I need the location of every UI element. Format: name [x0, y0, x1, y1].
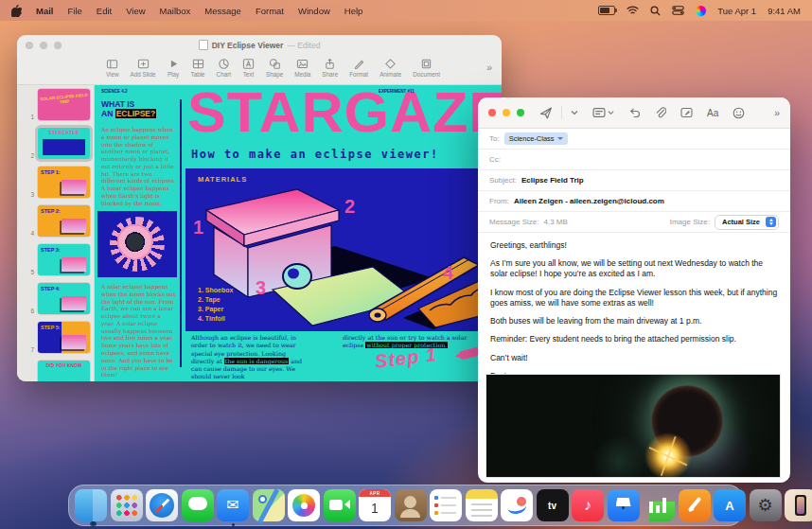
menu-bar-date[interactable]: Tue Apr 1	[717, 6, 756, 16]
dock-maps-icon[interactable]	[253, 489, 285, 521]
menu-help[interactable]: Help	[344, 6, 363, 16]
menu-edit[interactable]: Edit	[97, 6, 112, 16]
slide-thumbnail-8[interactable]: 8DID YOU KNOW	[17, 361, 94, 381]
dock-iphone-mirroring-icon[interactable]	[785, 489, 812, 521]
keynote-tool-view[interactable]: View	[100, 57, 125, 79]
menu-message[interactable]: Message	[204, 6, 241, 16]
recipient-token[interactable]: Science-Class	[504, 132, 568, 145]
eclipse-photo-attachment[interactable]	[485, 374, 781, 478]
dock-photos-icon[interactable]	[288, 489, 320, 521]
menu-mailbox[interactable]: Mailbox	[160, 6, 191, 16]
slide-navigator[interactable]: 1SOLAR ECLIPSE FIELD TRIP2STARGAZER3STEP…	[17, 85, 95, 381]
body-paragraph: As I’m sure you all know, we will be set…	[490, 258, 778, 279]
subject-value: Eclipse Field Trip	[521, 176, 584, 185]
keynote-tool-table[interactable]: Table	[185, 57, 211, 79]
to-field[interactable]: To: Science-Class	[478, 129, 790, 150]
dock-reminders-icon[interactable]	[430, 489, 462, 521]
dock-settings-icon[interactable]: ⚙	[750, 489, 782, 521]
dock-finder-icon[interactable]	[75, 489, 107, 521]
keynote-tool-format[interactable]: Format	[344, 57, 374, 79]
keynote-tool-play[interactable]: Play	[162, 57, 185, 79]
dock-contacts-icon[interactable]	[395, 489, 427, 521]
dock-notes-icon[interactable]	[466, 489, 498, 521]
dock-numbers-icon[interactable]	[643, 489, 675, 521]
menu-list: MailFileEditViewMailboxMessageFormatWind…	[36, 6, 362, 16]
mail-toolbar-overflow-button[interactable]: »	[774, 107, 780, 118]
cc-field[interactable]: Cc:	[478, 150, 790, 170]
mail-compose-window[interactable]: Aa » To: Science-Class Cc: Subject: Ecli…	[478, 97, 790, 483]
slide-thumbnail-5[interactable]: 5STEP 3:	[17, 244, 94, 275]
image-size-select[interactable]: Actual Size	[715, 215, 779, 230]
slide-thumbnail-4[interactable]: 4STEP 2:	[17, 205, 94, 237]
menu-view[interactable]: View	[126, 6, 145, 16]
close-button[interactable]	[26, 42, 33, 49]
menu-file[interactable]: File	[67, 6, 81, 16]
dock-appstore-icon[interactable]: A	[714, 489, 746, 521]
dock-mail-icon[interactable]: ✉	[217, 489, 249, 521]
dock-tv-icon[interactable]: tv	[537, 489, 569, 521]
subject-field[interactable]: Subject: Eclipse Field Trip	[478, 170, 790, 191]
wifi-icon[interactable]	[627, 6, 639, 15]
keynote-titlebar[interactable]: DIY Eclipse Viewer — Edited	[17, 35, 502, 55]
slide-thumbnail-6[interactable]: 6STEP 4:	[17, 283, 94, 314]
slide-canvas[interactable]: SCIENCE 4.2 EXPERIMENT #11 WHAT ISAN ECL…	[95, 85, 502, 381]
control-center-icon[interactable]	[672, 6, 684, 15]
emoji-icon[interactable]	[733, 107, 745, 119]
keynote-tool-document[interactable]: Document	[407, 57, 446, 79]
header-fields-button[interactable]	[592, 107, 614, 118]
keynote-tool-share[interactable]: Share	[316, 57, 344, 79]
mail-window-controls[interactable]	[488, 109, 524, 116]
menu-window[interactable]: Window	[298, 6, 330, 16]
keynote-tool-text[interactable]: Text	[237, 57, 260, 79]
corona-glow	[486, 375, 780, 477]
search-icon[interactable]	[650, 6, 661, 16]
keynote-toolbar-overflow-button[interactable]: »	[486, 57, 492, 73]
dock-music-icon[interactable]: ♪	[572, 489, 604, 521]
thumbnail-label: STEP 5:	[38, 322, 90, 330]
slide-thumbnail-2[interactable]: 2STARGAZER	[17, 128, 94, 159]
slide-side-heading: WHAT ISAN ECLIPSE?	[101, 99, 156, 118]
send-button[interactable]	[539, 107, 553, 119]
keynote-window-controls[interactable]	[26, 42, 62, 49]
menu-mail[interactable]: Mail	[36, 6, 53, 16]
slide-thumbnail-1[interactable]: 1SOLAR ECLIPSE FIELD TRIP	[17, 89, 94, 120]
slide-paragraph-1: An eclipse happens when a moon or planet…	[101, 127, 176, 208]
slide-thumbnail-7[interactable]: 7STEP 5:	[17, 322, 94, 353]
keynote-tool-shape[interactable]: Shape	[260, 57, 289, 79]
minimize-button[interactable]	[40, 42, 47, 49]
dock-facetime-icon[interactable]	[324, 489, 356, 521]
format-text-button[interactable]: Aa	[707, 108, 718, 118]
keynote-tool-media[interactable]: Media	[289, 57, 316, 79]
dock-pages-icon[interactable]	[679, 489, 711, 521]
close-button[interactable]	[488, 109, 496, 116]
siri-icon[interactable]	[696, 6, 706, 16]
menu-format[interactable]: Format	[256, 6, 284, 16]
keynote-toolbar: ViewAdd SlidePlayTableChartTextShapeMedi…	[17, 55, 502, 85]
markup-icon[interactable]	[680, 107, 693, 118]
send-options-chevron-icon[interactable]	[571, 110, 578, 115]
zoom-button[interactable]	[54, 42, 62, 49]
slide-title: STARGAZER	[187, 85, 502, 141]
dock-messages-icon[interactable]	[182, 489, 214, 521]
keynote-tool-add-slide[interactable]: Add Slide	[125, 57, 162, 79]
materials-item: 3. Paper	[198, 305, 233, 314]
dock-keynote-icon[interactable]	[608, 489, 640, 521]
from-field[interactable]: From: Aileen Zeigen - aileen.zeigen@iclo…	[478, 191, 790, 212]
zoom-button[interactable]	[517, 109, 524, 116]
keynote-tool-chart[interactable]: Chart	[211, 57, 237, 79]
from-value: Aileen Zeigen - aileen.zeigen@icloud.com	[514, 197, 664, 205]
undo-icon[interactable]	[628, 108, 641, 118]
slide-thumbnail-3[interactable]: 3STEP 1:	[17, 167, 94, 198]
keynote-window[interactable]: DIY Eclipse Viewer — Edited ViewAdd Slid…	[17, 35, 502, 381]
minimize-button[interactable]	[503, 109, 510, 116]
dock-calendar-icon[interactable]: APR1	[359, 489, 391, 521]
keynote-tool-animate[interactable]: Animate	[374, 57, 407, 79]
message-body[interactable]: Greetings, earthlings! As I’m sure you a…	[478, 233, 790, 392]
battery-icon[interactable]	[598, 6, 615, 15]
apple-menu-icon[interactable]	[11, 5, 22, 17]
dock-freeform-icon[interactable]	[501, 489, 533, 521]
menu-bar-time[interactable]: 9:41 AM	[768, 6, 801, 16]
dock-safari-icon[interactable]	[146, 489, 178, 521]
dock-launchpad-icon[interactable]	[111, 489, 143, 521]
attach-file-icon[interactable]	[655, 107, 666, 119]
